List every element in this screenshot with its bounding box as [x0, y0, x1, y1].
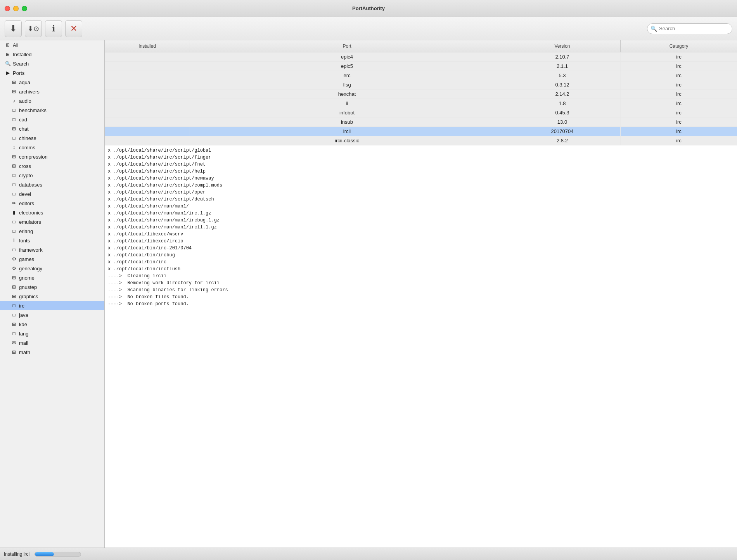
td-port: hexchat	[190, 90, 504, 99]
table-row[interactable]: hexchat2.14.2irc	[105, 90, 737, 99]
table-row[interactable]: ircii-classic2.8.2irc	[105, 136, 737, 145]
close-button[interactable]	[5, 6, 10, 11]
log-line: x ./opt/local/libexec/ircio	[108, 238, 734, 245]
td-installed	[105, 52, 190, 61]
sidebar-item-compression[interactable]: ⊞compression	[0, 152, 104, 161]
col-port: Port	[190, 40, 504, 52]
sidebar-item-java[interactable]: □java	[0, 310, 104, 320]
title-bar: PortAuthority	[0, 0, 737, 17]
sidebar-icon-gnustep: ⊞	[11, 284, 17, 290]
sidebar-icon-installed: ⊞	[5, 51, 11, 57]
sidebar-item-ports[interactable]: ▶Ports	[0, 68, 104, 78]
info-button[interactable]: ℹ	[45, 20, 62, 37]
sidebar-icon-audio: ♪	[11, 98, 17, 104]
td-category: irc	[621, 118, 737, 126]
sidebar-label-genealogy: genealogy	[19, 266, 42, 271]
sidebar-item-databases[interactable]: □databases	[0, 180, 104, 189]
sidebar-item-installed[interactable]: ⊞Installed	[0, 50, 104, 59]
table-row[interactable]: infobot0.45.3irc	[105, 108, 737, 118]
log-line: x ./opt/local/share/man/man1/	[108, 203, 734, 210]
table-row[interactable]: epic52.1.1irc	[105, 62, 737, 71]
install-active-button[interactable]: ⬇⊙	[25, 20, 42, 37]
sidebar-item-kde[interactable]: ⊞kde	[0, 320, 104, 329]
sidebar-icon-benchmarks: □	[11, 107, 17, 113]
sidebar-item-gnustep[interactable]: ⊞gnustep	[0, 282, 104, 292]
sidebar-item-erlang[interactable]: □erlang	[0, 226, 104, 236]
sidebar-item-devel[interactable]: □devel	[0, 189, 104, 199]
sidebar-label-chat: chat	[19, 126, 29, 132]
table-row[interactable]: erc5.3irc	[105, 71, 737, 80]
maximize-button[interactable]	[22, 6, 27, 11]
sidebar-item-all[interactable]: ⊞All	[0, 40, 104, 50]
sidebar-label-electronics: electronics	[19, 210, 43, 216]
sidebar-item-benchmarks[interactable]: □benchmarks	[0, 105, 104, 115]
td-port: fisg	[190, 80, 504, 89]
sidebar-item-fonts[interactable]: Ifonts	[0, 236, 104, 245]
sidebar-label-cross: cross	[19, 163, 31, 169]
install-button[interactable]: ⬇	[5, 20, 22, 37]
sidebar-item-framework[interactable]: □framework	[0, 245, 104, 254]
table-row[interactable]: ircii20170704irc	[105, 127, 737, 136]
sidebar-item-math[interactable]: ⊞math	[0, 347, 104, 357]
sidebar-item-chat[interactable]: ⊞chat	[0, 124, 104, 133]
sidebar-item-editors[interactable]: ✏editors	[0, 199, 104, 208]
sidebar-item-comms[interactable]: ↕comms	[0, 143, 104, 152]
table-row[interactable]: ii1.8irc	[105, 99, 737, 108]
td-version: 2.1.1	[504, 62, 621, 71]
sidebar-item-lang[interactable]: □lang	[0, 329, 104, 338]
sidebar-item-irc[interactable]: □irc	[0, 301, 104, 310]
log-line: x ./opt/local/share/man/man1/irc.1.gz	[108, 210, 734, 217]
sidebar-icon-graphics: ⊞	[11, 293, 17, 299]
sidebar-item-cad[interactable]: □cad	[0, 115, 104, 124]
sidebar-icon-aqua: ⊞	[11, 79, 17, 85]
sidebar-item-genealogy[interactable]: ⚙genealogy	[0, 264, 104, 273]
sidebar-icon-ports: ▶	[5, 70, 11, 76]
search-input[interactable]	[647, 23, 732, 34]
sidebar-item-chinese[interactable]: □chinese	[0, 133, 104, 143]
remove-button[interactable]: ✕	[65, 20, 82, 37]
log-line: x ./opt/local/share/irc/script/help	[108, 168, 734, 175]
sidebar-label-aqua: aqua	[19, 80, 30, 85]
sidebar-item-aqua[interactable]: ⊞aqua	[0, 78, 104, 87]
sidebar-item-crypto[interactable]: □crypto	[0, 171, 104, 180]
td-installed	[105, 71, 190, 80]
td-category: irc	[621, 127, 737, 136]
table-row[interactable]: insub13.0irc	[105, 118, 737, 127]
sidebar-item-mail[interactable]: ✉mail	[0, 338, 104, 347]
sidebar-icon-all: ⊞	[5, 42, 11, 48]
table-row[interactable]: fisg0.3.12irc	[105, 80, 737, 90]
sidebar-label-ports: Ports	[13, 70, 24, 76]
td-category: irc	[621, 99, 737, 108]
sidebar-icon-comms: ↕	[11, 144, 17, 150]
sidebar-label-devel: devel	[19, 191, 31, 197]
sidebar-item-graphics[interactable]: ⊞graphics	[0, 292, 104, 301]
sidebar-item-emulators[interactable]: □emulators	[0, 217, 104, 226]
log-line: x ./opt/local/share/irc/script/oper	[108, 189, 734, 196]
table-row[interactable]: epic42.10.7irc	[105, 52, 737, 62]
td-port: insub	[190, 118, 504, 126]
log-line: ----> No broken ports found.	[108, 301, 734, 308]
search-wrapper: 🔍	[647, 23, 732, 34]
sidebar-item-cross[interactable]: ⊞cross	[0, 161, 104, 171]
td-installed	[105, 127, 190, 136]
sidebar-label-emulators: emulators	[19, 219, 41, 225]
log-area[interactable]: x ./opt/local/share/irc/script/globalx .…	[105, 145, 737, 548]
col-installed: Installed	[105, 40, 190, 52]
col-version: Version	[504, 40, 621, 52]
sidebar-label-benchmarks: benchmarks	[19, 107, 47, 113]
sidebar-icon-archivers: ⊞	[11, 88, 17, 95]
log-line: ----> Removing work directory for ircii	[108, 280, 734, 287]
sidebar-item-audio[interactable]: ♪audio	[0, 96, 104, 105]
td-category: irc	[621, 90, 737, 99]
minimize-button[interactable]	[13, 6, 19, 11]
sidebar-icon-cross: ⊞	[11, 163, 17, 169]
log-line: x ./opt/local/share/irc/script/compl.mod…	[108, 182, 734, 189]
sidebar-item-archivers[interactable]: ⊞archivers	[0, 87, 104, 96]
sidebar-item-electronics[interactable]: ▮electronics	[0, 208, 104, 217]
sidebar-item-gnome[interactable]: ⊞gnome	[0, 273, 104, 282]
sidebar-item-search[interactable]: 🔍Search	[0, 59, 104, 68]
sidebar-item-games[interactable]: ⚙games	[0, 254, 104, 264]
td-port: infobot	[190, 108, 504, 117]
sidebar-label-audio: audio	[19, 98, 31, 104]
info-icon: ℹ	[52, 24, 55, 34]
